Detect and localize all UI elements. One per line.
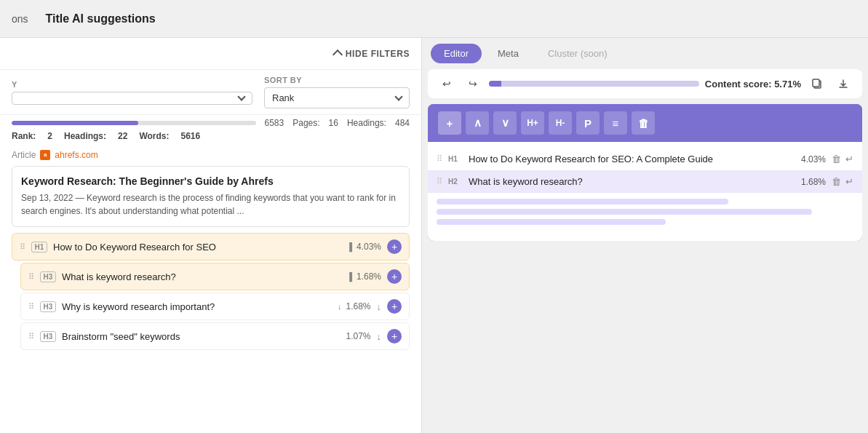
editor-h2-enter[interactable]: ↵ — [845, 176, 853, 187]
svg-rect-1 — [813, 79, 819, 87]
down-arrow-icon: ↓ — [377, 301, 382, 312]
hide-filters-label: HIDE FILTERS — [346, 49, 410, 59]
rank-value: 2 — [47, 131, 52, 141]
score-toolbar: ↩ ↪ Content score: 5.71% — [428, 69, 862, 98]
bar-chart-icon: ▐ — [346, 242, 352, 251]
tab-editor[interactable]: Editor — [431, 44, 482, 63]
h3-pct-1: 1.68% — [357, 271, 381, 282]
tabs-group: Editor Meta Cluster (soon) — [431, 44, 621, 63]
h3-add-button-3[interactable]: + — [387, 329, 402, 343]
h1-add-button[interactable]: + — [387, 239, 402, 254]
right-panel: Editor Meta Cluster (soon) ↩ ↪ Content s… — [422, 38, 868, 433]
drag-handle-icon: ⠿ — [20, 242, 25, 252]
h3-stats-3: 1.07% — [346, 331, 370, 341]
content-score: Content score: 5.71% — [705, 79, 801, 90]
editor-h2-icons: 🗑 ↵ — [832, 176, 853, 187]
pages-label: Pages: — [292, 118, 319, 128]
h3-tag-3: H3 — [40, 331, 56, 342]
ahrefs-icon: a — [40, 150, 50, 160]
progress-row: 6583 Pages: 16 Headings: 484 — [0, 115, 421, 128]
editor-h1-enter[interactable]: ↵ — [845, 154, 853, 164]
filter-y-select[interactable] — [12, 92, 252, 105]
editor-down-button[interactable]: ∨ — [493, 111, 517, 135]
main-layout: HIDE FILTERS Y SORT BY Rank — [0, 38, 868, 433]
editor-h-increase-button[interactable]: H+ — [521, 111, 544, 135]
editor-h1-pct: 4.03% — [801, 154, 826, 164]
left-panel: HIDE FILTERS Y SORT BY Rank — [0, 38, 422, 433]
h3-text-3: Brainstorm "seed" keywords — [62, 331, 340, 342]
filter-y-group: Y — [12, 80, 252, 105]
sort-by-label: SORT BY — [264, 76, 410, 84]
bar-chart-icon-3: ↓ — [338, 302, 342, 311]
editor-placeholder — [428, 193, 862, 235]
drag-handle-icon-2: ⠿ — [28, 272, 34, 282]
editor-drag-handle-2: ⠿ — [437, 177, 442, 186]
drag-handle-icon-4: ⠿ — [28, 332, 34, 341]
snippet-text: Sep 13, 2022 — Keyword research is the p… — [21, 191, 400, 218]
stats-row: Rank: 2 Headings: 22 Words: 5616 — [0, 128, 421, 147]
copy-button[interactable] — [807, 74, 827, 94]
tab-meta[interactable]: Meta — [485, 44, 532, 63]
page-title: Title AI suggestions — [46, 12, 156, 25]
bar-chart-icon-2: ▐ — [346, 272, 352, 281]
score-bar-wrap: Content score: 5.71% — [489, 79, 801, 90]
editor-toolbar: + ∧ ∨ H+ H- P ≡ 🗑 — [428, 104, 862, 142]
down-arrow-icon-2: ↓ — [377, 331, 382, 342]
pages-value: 16 — [329, 118, 338, 128]
snippet-title: Keyword Research: The Beginner's Guide b… — [21, 175, 400, 187]
h3-add-button-2[interactable]: + — [387, 299, 402, 314]
headings-value-top: 484 — [395, 118, 410, 128]
editor-plus-button[interactable]: + — [438, 111, 461, 135]
editor-list-button[interactable]: ≡ — [604, 111, 627, 135]
editor-row-h1[interactable]: ⠿ H1 How to Do Keyword Research for SEO:… — [428, 148, 862, 170]
sort-by-group: SORT BY Rank — [264, 76, 410, 108]
placeholder-line-3 — [437, 219, 666, 225]
h3-stats-2: ↓ 1.68% — [338, 301, 371, 311]
placeholder-line-2 — [437, 209, 812, 215]
filters-bar: HIDE FILTERS — [0, 38, 421, 70]
chevron-down-icon-2 — [394, 92, 402, 100]
editor-h2-pct: 1.68% — [801, 177, 826, 187]
editor-delete-button[interactable]: 🗑 — [632, 111, 655, 135]
hide-filters-button[interactable]: HIDE FILTERS — [334, 49, 410, 59]
drag-handle-icon-3: ⠿ — [28, 302, 34, 311]
editor-h-decrease-button[interactable]: H- — [549, 111, 572, 135]
article-snippet: Keyword Research: The Beginner's Guide b… — [12, 166, 410, 227]
headings-label-top: Headings: — [347, 118, 386, 128]
editor-h1-icons: 🗑 ↵ — [832, 154, 853, 164]
chevron-up-icon — [333, 49, 343, 60]
h1-pct: 4.03% — [357, 242, 381, 252]
editor-p-button[interactable]: P — [576, 111, 600, 135]
undo-button[interactable]: ↩ — [437, 74, 457, 94]
score-progress-bar — [489, 81, 699, 87]
editor-h2-text: What is keyword research? — [469, 176, 795, 187]
download-button[interactable] — [833, 74, 853, 94]
heading-item-h3-3[interactable]: ⠿ H3 Brainstorm "seed" keywords 1.07% ↓ … — [20, 322, 410, 350]
download-icon — [837, 78, 849, 90]
h3-text-1: What is keyword research? — [62, 271, 341, 282]
article-link[interactable]: ahrefs.com — [55, 150, 97, 160]
editor-h2-delete[interactable]: 🗑 — [832, 176, 841, 187]
heading-item-h1[interactable]: ⠿ H1 How to Do Keyword Research for SEO … — [12, 233, 410, 261]
chevron-down-icon — [237, 92, 245, 100]
h3-pct-2: 1.68% — [346, 301, 370, 311]
h3-pct-3: 1.07% — [346, 331, 370, 341]
sort-by-select[interactable]: Rank — [264, 87, 410, 108]
rank-label: Rank: — [12, 131, 36, 141]
nav-back[interactable]: ons — [12, 13, 28, 25]
heading-item-h3-2[interactable]: ⠿ H3 Why is keyword research important? … — [20, 293, 410, 320]
h1-text: How to Do Keyword Research for SEO — [53, 242, 341, 253]
editor-h1-delete[interactable]: 🗑 — [832, 154, 841, 164]
filter-row: Y SORT BY Rank — [0, 70, 421, 115]
editor-up-button[interactable]: ∧ — [466, 111, 489, 135]
h1-tag: H1 — [31, 242, 47, 253]
editor-h1-tag: H1 — [448, 155, 463, 163]
score-progress-fill — [489, 81, 501, 87]
editor-row-h2[interactable]: ⠿ H2 What is keyword research? 1.68% 🗑 ↵ — [428, 170, 862, 193]
h3-stats-1: ▐ 1.68% — [346, 271, 381, 282]
heading-item-h3-1[interactable]: ⠿ H3 What is keyword research? ▐ 1.68% + — [20, 263, 410, 290]
h3-add-button-1[interactable]: + — [387, 269, 402, 284]
article-info: Article a ahrefs.com — [0, 147, 421, 166]
headings-stat-label: Headings: — [64, 131, 106, 141]
redo-button[interactable]: ↪ — [463, 74, 483, 94]
